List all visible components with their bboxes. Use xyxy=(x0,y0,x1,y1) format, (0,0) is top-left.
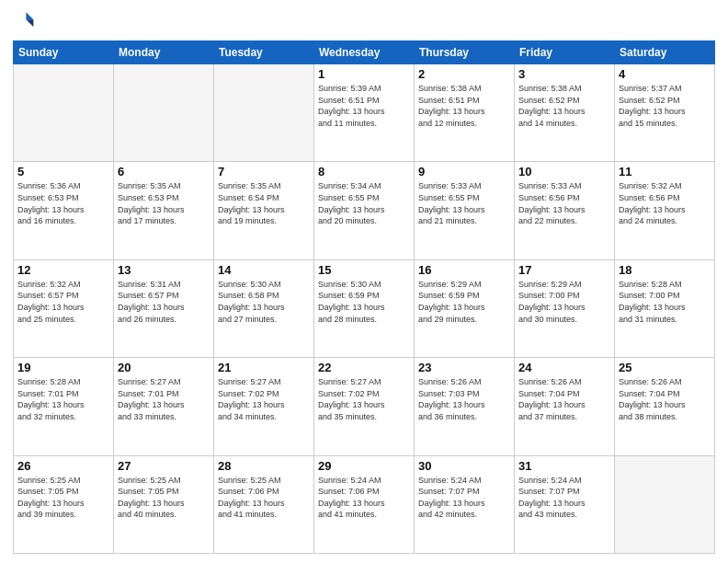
cell-info: Sunrise: 5:38 AM Sunset: 6:51 PM Dayligh… xyxy=(418,83,510,129)
calendar-cell: 24Sunrise: 5:26 AM Sunset: 7:04 PM Dayli… xyxy=(515,358,615,455)
calendar-cell: 2Sunrise: 5:38 AM Sunset: 6:51 PM Daylig… xyxy=(415,64,515,162)
calendar-cell: 10Sunrise: 5:33 AM Sunset: 6:56 PM Dayli… xyxy=(515,162,615,259)
day-number: 27 xyxy=(118,459,210,473)
day-number: 21 xyxy=(218,361,310,374)
cell-info: Sunrise: 5:33 AM Sunset: 6:56 PM Dayligh… xyxy=(518,180,610,226)
calendar-cell: 25Sunrise: 5:26 AM Sunset: 7:04 PM Dayli… xyxy=(615,358,715,455)
svg-marker-1 xyxy=(26,19,33,27)
day-number: 12 xyxy=(17,263,109,277)
day-header-tuesday: Tuesday xyxy=(214,41,314,64)
calendar-cell: 18Sunrise: 5:28 AM Sunset: 7:00 PM Dayli… xyxy=(615,259,715,357)
day-number: 31 xyxy=(518,459,610,473)
calendar-cell: 26Sunrise: 5:25 AM Sunset: 7:05 PM Dayli… xyxy=(14,455,114,553)
cell-info: Sunrise: 5:39 AM Sunset: 6:51 PM Dayligh… xyxy=(318,83,410,129)
day-header-sunday: Sunday xyxy=(14,41,114,64)
day-number: 13 xyxy=(118,263,210,277)
calendar-cell: 27Sunrise: 5:25 AM Sunset: 7:05 PM Dayli… xyxy=(114,455,214,553)
day-number: 7 xyxy=(218,165,310,178)
day-number: 20 xyxy=(118,361,210,374)
cell-info: Sunrise: 5:35 AM Sunset: 6:53 PM Dayligh… xyxy=(118,180,210,226)
calendar-cell: 21Sunrise: 5:27 AM Sunset: 7:02 PM Dayli… xyxy=(214,358,314,455)
calendar-cell: 3Sunrise: 5:38 AM Sunset: 6:52 PM Daylig… xyxy=(515,64,615,162)
cell-info: Sunrise: 5:34 AM Sunset: 6:55 PM Dayligh… xyxy=(318,180,410,226)
cell-info: Sunrise: 5:35 AM Sunset: 6:54 PM Dayligh… xyxy=(218,180,310,226)
calendar-cell: 11Sunrise: 5:32 AM Sunset: 6:56 PM Dayli… xyxy=(615,162,715,259)
calendar-cell: 19Sunrise: 5:28 AM Sunset: 7:01 PM Dayli… xyxy=(14,358,114,455)
calendar-cell: 15Sunrise: 5:30 AM Sunset: 6:59 PM Dayli… xyxy=(314,259,415,357)
calendar-cell: 30Sunrise: 5:24 AM Sunset: 7:07 PM Dayli… xyxy=(415,455,515,553)
calendar-cell: 31Sunrise: 5:24 AM Sunset: 7:07 PM Dayli… xyxy=(515,455,615,553)
logo xyxy=(13,9,37,35)
day-header-monday: Monday xyxy=(114,41,214,64)
cell-info: Sunrise: 5:28 AM Sunset: 7:00 PM Dayligh… xyxy=(619,279,711,325)
day-header-thursday: Thursday xyxy=(415,41,515,64)
calendar-cell: 7Sunrise: 5:35 AM Sunset: 6:54 PM Daylig… xyxy=(214,162,314,259)
calendar-cell: 6Sunrise: 5:35 AM Sunset: 6:53 PM Daylig… xyxy=(114,162,214,259)
svg-marker-0 xyxy=(26,12,33,19)
cell-info: Sunrise: 5:32 AM Sunset: 6:57 PM Dayligh… xyxy=(17,279,109,325)
calendar-week-5: 26Sunrise: 5:25 AM Sunset: 7:05 PM Dayli… xyxy=(14,455,715,553)
cell-info: Sunrise: 5:27 AM Sunset: 7:01 PM Dayligh… xyxy=(118,376,210,422)
day-number: 14 xyxy=(218,263,310,277)
calendar-cell: 29Sunrise: 5:24 AM Sunset: 7:06 PM Dayli… xyxy=(314,455,415,553)
day-header-wednesday: Wednesday xyxy=(314,41,415,64)
cell-info: Sunrise: 5:25 AM Sunset: 7:05 PM Dayligh… xyxy=(118,475,210,521)
cell-info: Sunrise: 5:37 AM Sunset: 6:52 PM Dayligh… xyxy=(619,83,711,129)
calendar-cell: 1Sunrise: 5:39 AM Sunset: 6:51 PM Daylig… xyxy=(314,64,415,162)
day-number: 9 xyxy=(418,165,510,178)
calendar-cell: 20Sunrise: 5:27 AM Sunset: 7:01 PM Dayli… xyxy=(114,358,214,455)
day-number: 6 xyxy=(118,165,210,178)
day-number: 24 xyxy=(518,361,610,374)
day-number: 17 xyxy=(518,263,610,277)
cell-info: Sunrise: 5:24 AM Sunset: 7:06 PM Dayligh… xyxy=(318,475,410,521)
calendar-week-2: 5Sunrise: 5:36 AM Sunset: 6:53 PM Daylig… xyxy=(14,162,715,259)
calendar-cell: 9Sunrise: 5:33 AM Sunset: 6:55 PM Daylig… xyxy=(415,162,515,259)
cell-info: Sunrise: 5:24 AM Sunset: 7:07 PM Dayligh… xyxy=(518,475,610,521)
day-number: 11 xyxy=(619,165,711,178)
cell-info: Sunrise: 5:26 AM Sunset: 7:04 PM Dayligh… xyxy=(518,376,610,422)
cell-info: Sunrise: 5:30 AM Sunset: 6:59 PM Dayligh… xyxy=(318,279,410,325)
cell-info: Sunrise: 5:29 AM Sunset: 7:00 PM Dayligh… xyxy=(518,279,610,325)
day-number: 22 xyxy=(318,361,410,374)
cell-info: Sunrise: 5:26 AM Sunset: 7:04 PM Dayligh… xyxy=(619,376,711,422)
day-number: 2 xyxy=(418,67,510,81)
cell-info: Sunrise: 5:26 AM Sunset: 7:03 PM Dayligh… xyxy=(418,376,510,422)
day-number: 18 xyxy=(619,263,711,277)
page: SundayMondayTuesdayWednesdayThursdayFrid… xyxy=(0,0,728,563)
cell-info: Sunrise: 5:30 AM Sunset: 6:58 PM Dayligh… xyxy=(218,279,310,325)
day-number: 5 xyxy=(17,165,109,178)
calendar-week-3: 12Sunrise: 5:32 AM Sunset: 6:57 PM Dayli… xyxy=(14,259,715,357)
cell-info: Sunrise: 5:25 AM Sunset: 7:06 PM Dayligh… xyxy=(218,475,310,521)
cell-info: Sunrise: 5:29 AM Sunset: 6:59 PM Dayligh… xyxy=(418,279,510,325)
calendar-week-4: 19Sunrise: 5:28 AM Sunset: 7:01 PM Dayli… xyxy=(14,358,715,455)
day-number: 16 xyxy=(418,263,510,277)
calendar-week-1: 1Sunrise: 5:39 AM Sunset: 6:51 PM Daylig… xyxy=(14,64,715,162)
day-header-saturday: Saturday xyxy=(615,41,715,64)
calendar-cell: 28Sunrise: 5:25 AM Sunset: 7:06 PM Dayli… xyxy=(214,455,314,553)
logo-icon xyxy=(13,9,35,31)
calendar-header-row: SundayMondayTuesdayWednesdayThursdayFrid… xyxy=(14,41,715,64)
cell-info: Sunrise: 5:27 AM Sunset: 7:02 PM Dayligh… xyxy=(318,376,410,422)
cell-info: Sunrise: 5:36 AM Sunset: 6:53 PM Dayligh… xyxy=(17,180,109,226)
day-number: 3 xyxy=(518,67,610,81)
day-number: 25 xyxy=(619,361,711,374)
calendar-cell: 5Sunrise: 5:36 AM Sunset: 6:53 PM Daylig… xyxy=(14,162,114,259)
day-number: 8 xyxy=(318,165,410,178)
day-number: 19 xyxy=(17,361,109,374)
cell-info: Sunrise: 5:31 AM Sunset: 6:57 PM Dayligh… xyxy=(118,279,210,325)
calendar-cell: 22Sunrise: 5:27 AM Sunset: 7:02 PM Dayli… xyxy=(314,358,415,455)
calendar-cell: 12Sunrise: 5:32 AM Sunset: 6:57 PM Dayli… xyxy=(14,259,114,357)
cell-info: Sunrise: 5:38 AM Sunset: 6:52 PM Dayligh… xyxy=(518,83,610,129)
cell-info: Sunrise: 5:32 AM Sunset: 6:56 PM Dayligh… xyxy=(619,180,711,226)
cell-info: Sunrise: 5:25 AM Sunset: 7:05 PM Dayligh… xyxy=(17,475,109,521)
cell-info: Sunrise: 5:24 AM Sunset: 7:07 PM Dayligh… xyxy=(418,475,510,521)
day-number: 1 xyxy=(318,67,410,81)
calendar: SundayMondayTuesdayWednesdayThursdayFrid… xyxy=(13,40,715,554)
day-number: 10 xyxy=(518,165,610,178)
cell-info: Sunrise: 5:27 AM Sunset: 7:02 PM Dayligh… xyxy=(218,376,310,422)
calendar-cell xyxy=(14,64,114,162)
calendar-cell xyxy=(214,64,314,162)
day-number: 26 xyxy=(17,459,109,473)
day-number: 4 xyxy=(619,67,711,81)
calendar-cell: 4Sunrise: 5:37 AM Sunset: 6:52 PM Daylig… xyxy=(615,64,715,162)
